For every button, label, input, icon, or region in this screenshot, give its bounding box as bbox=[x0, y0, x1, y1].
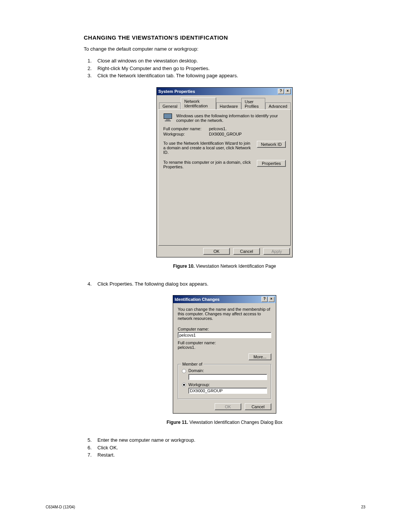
step-text: Enter the new computer name or workgroup… bbox=[97, 437, 195, 443]
steps-list-2: 5.Enter the new computer name or workgro… bbox=[88, 436, 365, 459]
tab-hardware[interactable]: Hardware bbox=[216, 102, 241, 110]
workgroup-value: DX9000_GROUP bbox=[209, 132, 242, 136]
wizard-text: To use the Network Identification Wizard… bbox=[163, 141, 253, 155]
properties-button[interactable]: Properties bbox=[257, 160, 286, 167]
step-text: Click Properties. The following dialog b… bbox=[97, 281, 209, 287]
step-text: Click OK. bbox=[97, 445, 118, 451]
step-num: 2. bbox=[88, 65, 92, 72]
fcn-label: Full computer name: bbox=[178, 340, 271, 345]
domain-input[interactable] bbox=[188, 374, 267, 380]
dialog-title: System Properties bbox=[158, 89, 277, 94]
help-icon[interactable]: ? bbox=[278, 89, 284, 94]
step-num: 6. bbox=[88, 444, 92, 452]
identification-changes-dialog: Identification Changes ? × You can chang… bbox=[173, 295, 276, 414]
tab-user-profiles[interactable]: User Profiles bbox=[241, 98, 265, 110]
fcn-label: Full computer name: bbox=[163, 126, 209, 131]
network-id-button[interactable]: Network ID bbox=[257, 141, 286, 148]
tab-network-identification[interactable]: Network Identification bbox=[181, 97, 216, 109]
step-text: Click the Network Identification tab. Th… bbox=[97, 73, 238, 78]
domain-label: Domain: bbox=[188, 368, 204, 373]
workgroup-input[interactable]: DX9000_GROUP bbox=[188, 388, 267, 394]
help-icon[interactable]: ? bbox=[261, 297, 268, 302]
workgroup-radio[interactable] bbox=[182, 383, 186, 387]
fcn-value: pelcovs1. bbox=[178, 345, 271, 350]
step-4: 4.Click Properties. The following dialog… bbox=[88, 280, 365, 288]
steps-list-1: 1.Close all windows on the viewstation d… bbox=[88, 57, 365, 80]
close-icon[interactable]: × bbox=[268, 297, 274, 302]
close-icon[interactable]: × bbox=[285, 89, 291, 94]
step-num: 4. bbox=[88, 280, 92, 288]
intro-text: To change the default computer name or w… bbox=[84, 46, 365, 52]
fcn-value: pelcovs1. bbox=[209, 126, 226, 131]
step-text: Restart. bbox=[97, 452, 115, 458]
apply-button[interactable]: Apply bbox=[263, 248, 290, 255]
step-num: 3. bbox=[88, 72, 92, 80]
step-num: 1. bbox=[88, 57, 92, 65]
description-text: You can change the name and the membersh… bbox=[178, 307, 271, 321]
step-text: Right-click My Computer and then go to P… bbox=[97, 66, 210, 71]
section-heading: CHANGING THE VIEWSTATION'S IDENTIFICATIO… bbox=[84, 34, 365, 41]
group-legend: Member of bbox=[181, 362, 204, 366]
dialog-title: Identification Changes bbox=[175, 297, 261, 302]
workgroup-label: Workgroup: bbox=[188, 382, 210, 387]
figure-caption: Viewstation Identification Changes Dialo… bbox=[190, 420, 283, 425]
figure-caption: Viewstation Network Identification Page bbox=[196, 264, 276, 269]
more-button[interactable]: More... bbox=[249, 353, 271, 360]
step-num: 5. bbox=[88, 436, 92, 444]
step-text: Close all windows on the viewstation des… bbox=[97, 58, 198, 64]
cancel-button[interactable]: Cancel bbox=[245, 403, 271, 410]
computer-icon bbox=[163, 113, 173, 122]
domain-radio[interactable] bbox=[182, 369, 186, 373]
info-text: Windows uses the following information t… bbox=[176, 113, 286, 123]
step-num: 7. bbox=[88, 451, 92, 459]
member-of-group: Member of Domain: Workgroup: DX9000_GROU… bbox=[178, 364, 271, 399]
system-properties-dialog: System Properties ? × General Network Id… bbox=[156, 87, 293, 257]
figure-label: Figure 11. bbox=[167, 420, 188, 425]
computer-name-label: Computer name: bbox=[178, 327, 271, 331]
computer-name-input[interactable]: pelcovs1 bbox=[178, 332, 271, 338]
ok-button[interactable]: OK bbox=[203, 248, 230, 255]
footer-page-number: 23 bbox=[361, 505, 365, 509]
tab-row: General Network Identification Hardware … bbox=[157, 95, 292, 109]
tab-general[interactable]: General bbox=[159, 102, 181, 110]
footer-doc-id: C634M-D (12/04) bbox=[46, 505, 75, 509]
figure-label: Figure 10. bbox=[173, 264, 195, 269]
rename-text: To rename this computer or join a domain… bbox=[163, 160, 253, 169]
ok-button[interactable]: OK bbox=[215, 403, 241, 410]
tab-advanced[interactable]: Advanced bbox=[265, 102, 291, 110]
cancel-button[interactable]: Cancel bbox=[233, 248, 260, 255]
workgroup-label: Workgroup: bbox=[163, 132, 209, 136]
